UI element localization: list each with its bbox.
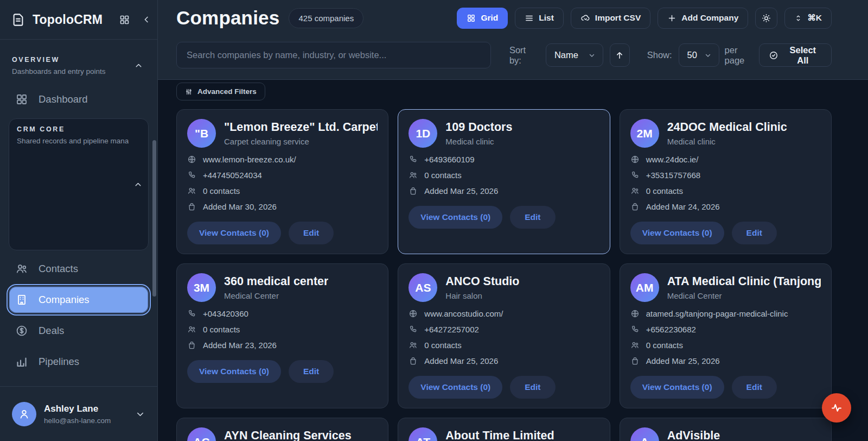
company-phone: +6493660109 bbox=[409, 155, 599, 164]
company-contacts-count: 0 contacts bbox=[630, 341, 821, 350]
company-category: Medical clinic bbox=[445, 137, 512, 146]
company-card[interactable]: AS ANCO Studio Hair salon www.ancostudio… bbox=[398, 263, 610, 408]
company-card[interactable]: AM ATA Medical Clinic (Tanjong P... Medi… bbox=[620, 263, 832, 408]
company-avatar: AT bbox=[409, 427, 437, 441]
sun-icon bbox=[761, 13, 771, 23]
company-contacts-count: 0 contacts bbox=[409, 341, 599, 350]
advanced-filters-button[interactable]: Advanced Filters bbox=[176, 83, 265, 100]
bag-icon bbox=[187, 341, 196, 350]
company-card[interactable]: A AdVisible Internet marketing service bbox=[620, 418, 832, 441]
view-contacts-button[interactable]: View Contacts (0) bbox=[187, 360, 281, 383]
sidebar-item-label: Deals bbox=[39, 325, 64, 337]
company-name: AYN Cleaning Services bbox=[224, 429, 352, 441]
company-card[interactable]: 1D 109 Doctors Medical clinic +649366010… bbox=[398, 109, 610, 254]
edit-button[interactable]: Edit bbox=[732, 376, 777, 399]
company-name: 109 Doctors bbox=[445, 121, 512, 134]
user-profile[interactable]: Ashley Lane hello@ash-lane.com bbox=[0, 386, 157, 441]
pulse-icon bbox=[830, 401, 843, 414]
edit-button[interactable]: Edit bbox=[289, 222, 334, 244]
company-details: www.24doc.ie/+353157576680 contactsAdded… bbox=[630, 155, 821, 211]
sidebar: TopoloCRM OVERVIEWDashboards and entry p… bbox=[0, 0, 158, 441]
phone-icon bbox=[187, 309, 196, 318]
company-card[interactable]: AC AYN Cleaning Services House cleaning … bbox=[176, 418, 388, 441]
search-input[interactable] bbox=[187, 50, 481, 60]
phone-icon bbox=[187, 171, 196, 180]
sidebar-item-pipelines[interactable]: Pipelines bbox=[9, 348, 149, 375]
company-name: ANCO Studio bbox=[445, 275, 519, 288]
chart-icon bbox=[15, 355, 28, 368]
company-initials: AC bbox=[193, 436, 209, 441]
theme-toggle-button[interactable] bbox=[755, 8, 777, 29]
company-initials: AS bbox=[415, 281, 431, 294]
globe-icon bbox=[409, 309, 418, 318]
activity-fab-button[interactable] bbox=[822, 393, 851, 423]
view-contacts-button[interactable]: View Contacts (0) bbox=[409, 376, 502, 399]
dollar-icon bbox=[15, 324, 28, 337]
company-phone: +64272257002 bbox=[409, 325, 599, 334]
edit-button[interactable]: Edit bbox=[510, 376, 555, 399]
company-phone: +043420360 bbox=[187, 309, 378, 318]
plus-icon bbox=[667, 14, 676, 23]
view-contacts-button[interactable]: View Contacts (0) bbox=[409, 206, 502, 229]
contacts-icon bbox=[187, 186, 196, 196]
company-details: www.ancostudio.com/+642722570020 contact… bbox=[409, 309, 599, 366]
sidebar-scrollbar[interactable] bbox=[152, 140, 156, 297]
add-company-button[interactable]: Add Company bbox=[658, 8, 748, 29]
company-contacts-count: 0 contacts bbox=[630, 186, 821, 196]
company-category: Medical clinic bbox=[667, 137, 787, 146]
company-initials: 3M bbox=[194, 281, 209, 294]
contacts-icon bbox=[630, 186, 640, 196]
bag-icon bbox=[630, 202, 640, 211]
company-phone: +35315757668 bbox=[630, 171, 821, 180]
sidebar-item-deals[interactable]: Deals bbox=[9, 317, 149, 344]
view-contacts-button[interactable]: View Contacts (0) bbox=[630, 376, 724, 399]
app-logo-icon bbox=[11, 12, 25, 27]
company-card[interactable]: AT About Time Limited Cleaning service bbox=[398, 418, 610, 441]
cloud-upload-icon bbox=[580, 13, 590, 23]
company-card[interactable]: 3M 360 medical center Medical Center +04… bbox=[176, 263, 388, 408]
command-k-button[interactable]: ⌘K bbox=[784, 8, 832, 29]
view-contacts-button[interactable]: View Contacts (0) bbox=[187, 222, 281, 244]
sidebar-header: TopoloCRM bbox=[0, 0, 157, 40]
list-view-button[interactable]: List bbox=[515, 8, 564, 29]
collapse-sidebar-icon[interactable] bbox=[139, 12, 154, 27]
up-down-icon bbox=[794, 14, 802, 22]
apps-grid-icon[interactable] bbox=[117, 12, 132, 28]
sidebar-item-label: Companies bbox=[39, 294, 90, 306]
chevron-up-icon[interactable] bbox=[133, 180, 143, 189]
sidebar-item-dashboard[interactable]: Dashboard bbox=[9, 86, 149, 113]
phone-icon bbox=[630, 171, 640, 180]
sort-by-label: Sort by: bbox=[509, 45, 539, 66]
section-subtitle: Dashboards and entry points bbox=[12, 67, 129, 75]
contacts-icon bbox=[409, 341, 418, 350]
sidebar-item-contacts[interactable]: Contacts bbox=[9, 255, 149, 282]
company-card[interactable]: "B "Lemon Breeze" Ltd. Carpet ... Carpet… bbox=[176, 109, 388, 254]
chevron-down-icon[interactable] bbox=[135, 409, 145, 419]
import-csv-button[interactable]: Import CSV bbox=[571, 8, 650, 29]
select-all-button[interactable]: Select All bbox=[759, 43, 832, 67]
page-header: Companies 425 companies Grid List Import… bbox=[158, 0, 868, 80]
toolbar: Sort by: Name Show: 50 per page Select A… bbox=[176, 42, 832, 68]
company-added-date: Added Mar 24, 2026 bbox=[630, 202, 821, 211]
edit-button[interactable]: Edit bbox=[732, 222, 777, 244]
sort-direction-button[interactable] bbox=[610, 43, 630, 67]
company-website: atamed.sg/tanjong-pagar-medical-clinic bbox=[630, 309, 821, 318]
grid-view-button[interactable]: Grid bbox=[457, 8, 508, 29]
edit-button[interactable]: Edit bbox=[289, 360, 334, 383]
company-phone: +6562230682 bbox=[630, 325, 821, 334]
company-contacts-count: 0 contacts bbox=[187, 325, 378, 334]
view-contacts-button[interactable]: View Contacts (0) bbox=[630, 222, 724, 244]
section-header[interactable]: CRM COREShared records and pipeline mana… bbox=[9, 118, 149, 250]
main-area: Companies 425 companies Grid List Import… bbox=[158, 0, 868, 441]
sort-select[interactable]: Name bbox=[546, 43, 603, 67]
per-page-select[interactable]: 50 bbox=[679, 43, 719, 67]
company-initials: 1D bbox=[416, 127, 430, 140]
phone-icon bbox=[409, 155, 418, 164]
chevron-up-icon[interactable] bbox=[134, 61, 143, 71]
section-header[interactable]: OVERVIEWDashboards and entry points bbox=[9, 51, 149, 81]
edit-button[interactable]: Edit bbox=[510, 206, 555, 229]
section-header[interactable]: WORKFLOWSReusable action queues and proc… bbox=[9, 381, 149, 386]
company-details: www.lemon-breeze.co.uk/+4474505240340 co… bbox=[187, 155, 378, 211]
company-card[interactable]: 2M 24DOC Medical Clinic Medical clinic w… bbox=[620, 109, 832, 254]
sidebar-item-companies[interactable]: Companies bbox=[9, 286, 149, 313]
